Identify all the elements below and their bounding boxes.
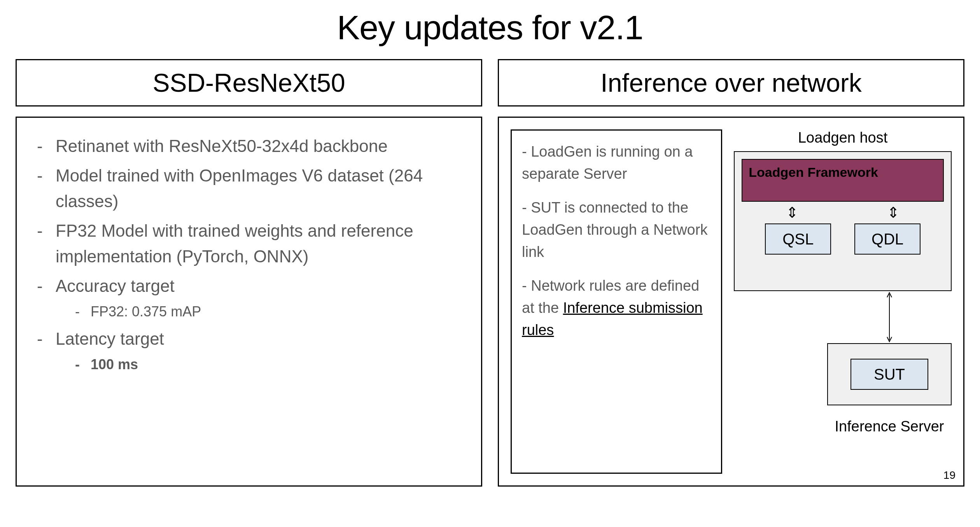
loadgen-host-box: Loadgen Framework ⇕ ⇕ QSL QDL (734, 151, 952, 291)
left-bullet-list: Retinanet with ResNeXt50-32x4d backbone … (32, 133, 466, 375)
slide-title: Key updates for v2.1 (16, 8, 964, 47)
connector-arrow (886, 291, 893, 343)
right-section-body: - LoadGen is running on a separate Serve… (498, 117, 964, 487)
left-column: SSD-ResNeXt50 Retinanet with ResNeXt50-3… (16, 59, 482, 487)
inference-server-label: Inference Server (827, 417, 952, 436)
right-section-header: Inference over network (498, 59, 964, 106)
loadgen-framework-box: Loadgen Framework (742, 159, 944, 202)
page-number: 19 (943, 469, 956, 482)
list-item-label: Latency target (56, 329, 164, 348)
sub-list: FP32: 0.375 mAP (56, 301, 466, 322)
sub-list: 100 ms (56, 354, 466, 375)
qsl-box: QSL (765, 223, 831, 255)
left-section-header: SSD-ResNeXt50 (16, 59, 482, 106)
sub-list-item: 100 ms (56, 354, 466, 375)
arrows-row: ⇕ ⇕ (742, 202, 944, 223)
list-item: Model trained with OpenImages V6 dataset… (32, 163, 466, 214)
list-item: Latency target 100 ms (32, 326, 466, 375)
list-item: Accuracy target FP32: 0.375 mAP (32, 273, 466, 322)
inner-text-box: - LoadGen is running on a separate Serve… (511, 129, 722, 474)
columns-container: SSD-ResNeXt50 Retinanet with ResNeXt50-3… (16, 59, 964, 487)
paragraph: - LoadGen is running on a separate Serve… (522, 141, 711, 185)
right-column: Inference over network - LoadGen is runn… (498, 59, 964, 487)
qboxes-row: QSL QDL (742, 223, 944, 255)
paragraph: - SUT is connected to the LoadGen throug… (522, 197, 711, 263)
paragraph: - Network rules are defined at the Infer… (522, 275, 711, 341)
double-arrow-icon: ⇕ (786, 204, 798, 221)
left-section-body: Retinanet with ResNeXt50-32x4d backbone … (16, 117, 482, 487)
list-item-label: Accuracy target (56, 276, 175, 295)
architecture-diagram: Loadgen host Loadgen Framework ⇕ ⇕ QSL Q… (734, 129, 952, 474)
sut-box: SUT (850, 359, 928, 390)
double-arrow-icon: ⇕ (887, 204, 900, 221)
qdl-box: QDL (854, 223, 920, 255)
list-item: Retinanet with ResNeXt50-32x4d backbone (32, 133, 466, 159)
sub-list-item: FP32: 0.375 mAP (56, 301, 466, 322)
list-item: FP32 Model with trained weights and refe… (32, 218, 466, 269)
loadgen-host-label: Loadgen host (734, 129, 952, 146)
inference-server-box: SUT (827, 343, 952, 405)
